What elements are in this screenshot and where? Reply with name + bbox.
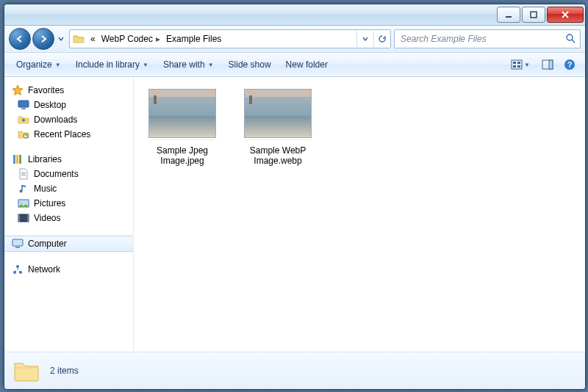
back-button[interactable] [9, 28, 31, 50]
titlebar[interactable] [4, 4, 585, 26]
status-text: 2 items [50, 366, 79, 376]
chevron-right-icon: ▸ [156, 34, 160, 44]
pictures-icon [18, 197, 29, 209]
libraries-group: Libraries Documents Music Pictures Video… [4, 152, 133, 225]
svg-rect-0 [506, 16, 512, 18]
svg-point-28 [16, 265, 19, 268]
svg-rect-1 [531, 12, 537, 18]
address-bar[interactable]: « WebP Codec ▸ Example Files [69, 29, 391, 48]
sidebar-item-label: Music [34, 184, 57, 194]
svg-rect-17 [19, 155, 21, 164]
chevron-down-icon [362, 35, 369, 43]
svg-rect-24 [12, 239, 23, 246]
file-item[interactable]: Sample Jpeg Image.jpeg [146, 89, 219, 166]
sidebar-item-label: Libraries [28, 154, 62, 164]
svg-rect-7 [517, 65, 520, 68]
navigation-pane[interactable]: Favorites Desktop Downloads Recent Place… [4, 77, 134, 352]
arrow-left-icon [15, 34, 25, 44]
details-pane: 2 items [4, 352, 585, 389]
sidebar-item-downloads[interactable]: Downloads [4, 112, 133, 127]
sidebar-item-desktop[interactable]: Desktop [4, 98, 133, 112]
chevron-down-icon: ▼ [55, 62, 61, 68]
search-box[interactable] [394, 29, 581, 48]
sidebar-item-label: Recent Places [34, 129, 90, 139]
address-dropdown-button[interactable] [356, 31, 373, 47]
libraries-icon [12, 153, 24, 165]
network-group: Network [4, 262, 133, 277]
svg-rect-16 [16, 155, 18, 164]
sidebar-item-libraries[interactable]: Libraries [4, 152, 133, 167]
file-list[interactable]: Sample Jpeg Image.jpeg Sample WebP Image… [134, 77, 585, 352]
body: Favorites Desktop Downloads Recent Place… [4, 77, 585, 352]
chevron-down-icon [58, 36, 64, 42]
include-in-library-button[interactable]: Include in library▼ [70, 56, 154, 73]
preview-pane-icon [542, 59, 553, 70]
sidebar-item-network[interactable]: Network [4, 262, 133, 277]
folder-icon [13, 359, 40, 382]
maximize-icon [530, 11, 537, 18]
refresh-icon [378, 35, 387, 43]
svg-point-20 [21, 202, 23, 204]
favorites-group: Favorites Desktop Downloads Recent Place… [4, 83, 133, 142]
svg-rect-4 [513, 62, 516, 64]
nav-buttons [9, 28, 66, 50]
file-name: Sample Jpeg Image.jpeg [146, 145, 219, 166]
refresh-button[interactable] [373, 31, 390, 47]
organize-button[interactable]: Organize▼ [10, 56, 67, 73]
view-icon [511, 59, 523, 70]
close-icon [561, 11, 570, 18]
breadcrumb-label: WebP Codec [101, 34, 153, 44]
sidebar-item-music[interactable]: Music [4, 181, 133, 196]
breadcrumb-overflow-label: « [90, 34, 96, 44]
folder-icon [73, 33, 85, 45]
maximize-button[interactable] [522, 7, 545, 23]
breadcrumb-overflow[interactable]: « [87, 30, 98, 48]
sidebar-item-label: Pictures [34, 198, 65, 208]
svg-point-2 [567, 35, 573, 40]
sidebar-item-videos[interactable]: Videos [4, 211, 133, 225]
videos-icon [18, 212, 29, 224]
chevron-down-icon: ▼ [143, 62, 148, 68]
arrow-right-icon [38, 34, 49, 44]
sidebar-item-computer[interactable]: Computer [4, 236, 133, 252]
change-view-button[interactable]: ▼ [506, 57, 535, 73]
chevron-down-icon: ▼ [524, 62, 530, 68]
breadcrumb-segment[interactable]: Example Files [163, 30, 224, 48]
sidebar-item-documents[interactable]: Documents [4, 167, 133, 181]
file-thumbnail [244, 89, 312, 138]
svg-rect-22 [18, 214, 20, 222]
share-with-button[interactable]: Share with▼ [157, 56, 220, 73]
sidebar-item-favorites[interactable]: Favorites [4, 83, 133, 98]
explorer-window: « WebP Codec ▸ Example Files [4, 4, 586, 390]
svg-text:?: ? [567, 60, 573, 69]
sidebar-item-recent-places[interactable]: Recent Places [4, 127, 133, 142]
sidebar-item-label: Documents [34, 169, 79, 179]
new-folder-button[interactable]: New folder [280, 56, 334, 73]
share-label: Share with [163, 59, 205, 70]
close-button[interactable] [547, 7, 584, 23]
search-icon [565, 33, 576, 46]
file-name: Sample WebP Image.webp [241, 145, 315, 166]
slide-show-button[interactable]: Slide show [223, 56, 277, 73]
computer-icon [12, 238, 24, 250]
address-row: « WebP Codec ▸ Example Files [4, 26, 585, 53]
computer-group: Computer [4, 236, 133, 252]
minimize-button[interactable] [497, 7, 520, 23]
svg-rect-23 [27, 214, 29, 222]
recent-locations-button[interactable] [56, 31, 66, 47]
svg-point-18 [20, 190, 23, 193]
search-input[interactable] [399, 33, 562, 45]
svg-rect-25 [15, 247, 20, 248]
breadcrumb-segment[interactable]: WebP Codec ▸ [98, 30, 163, 48]
sidebar-item-pictures[interactable]: Pictures [4, 196, 133, 211]
recent-places-icon [18, 128, 29, 140]
preview-pane-button[interactable] [538, 57, 557, 73]
svg-rect-12 [18, 101, 29, 107]
sidebar-item-label: Videos [34, 213, 60, 223]
desktop-icon [18, 99, 29, 111]
forward-button[interactable] [32, 28, 54, 50]
help-button[interactable]: ? [560, 57, 579, 73]
file-item[interactable]: Sample WebP Image.webp [241, 89, 315, 166]
slideshow-label: Slide show [229, 59, 271, 70]
include-label: Include in library [76, 59, 140, 70]
